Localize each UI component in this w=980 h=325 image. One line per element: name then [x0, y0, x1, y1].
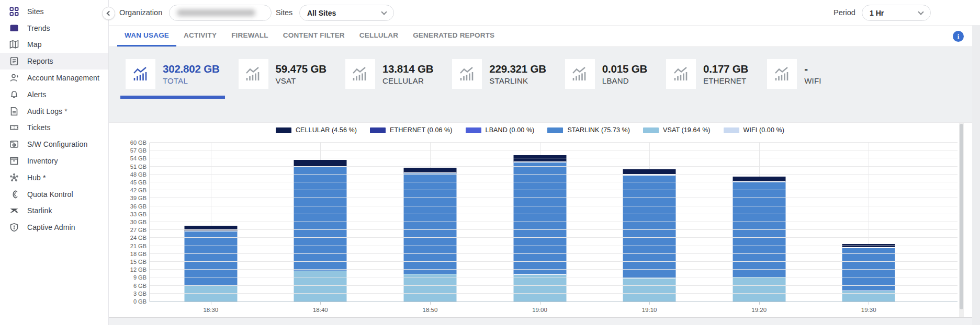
stat-chart-icon	[239, 59, 268, 89]
tab-content-filter[interactable]: CONTENT FILTER	[276, 26, 352, 47]
legend-item[interactable]: ETHERNET (0.06 %)	[370, 126, 453, 134]
gridline	[150, 214, 958, 214]
stat-card-lband[interactable]: 0.015 GB LBAND	[565, 59, 647, 122]
page-right-gutter	[972, 25, 980, 325]
bar-segment-starlink[interactable]	[623, 176, 676, 278]
tab-activity[interactable]: ACTIVITY	[176, 26, 224, 47]
sidebar-item-label: Alerts	[27, 90, 46, 99]
sidebar-item-starlink[interactable]: Starlink	[0, 203, 108, 219]
sidebar-item-tickets[interactable]: Tickets	[0, 120, 108, 136]
legend-item[interactable]: STARLINK (75.73 %)	[547, 126, 630, 134]
bar-segment-cellular[interactable]	[842, 244, 895, 248]
bar-segment-vsat[interactable]	[403, 274, 456, 301]
y-tick-label: 36 GB	[130, 203, 147, 210]
sidebar-item-alerts[interactable]: Alerts	[0, 86, 108, 103]
sidebar-collapse-button[interactable]	[102, 7, 115, 20]
y-tick-label: 27 GB	[130, 227, 147, 233]
stat-card-ethernet[interactable]: 0.177 GB ETHERNET	[666, 59, 748, 122]
trends-icon	[9, 23, 19, 33]
gridline	[150, 253, 958, 254]
y-tick-label: 0 GB	[133, 298, 147, 305]
bar-category: 18:40	[266, 143, 376, 301]
page-bottom-strip	[109, 317, 972, 325]
scrollbar-thumb[interactable]	[960, 124, 963, 309]
gridline	[150, 182, 958, 182]
stat-card-starlink[interactable]: 229.321 GB STARLINK	[452, 59, 546, 122]
stat-card-wifi[interactable]: - WIFI	[767, 59, 821, 122]
ticket-icon	[9, 122, 19, 133]
y-tick-label: 24 GB	[130, 235, 147, 241]
chevron-down-icon	[918, 9, 923, 15]
legend-item[interactable]: LBAND (0.00 %)	[466, 126, 535, 134]
sidebar-item-label: Tickets	[27, 123, 51, 132]
sidebar-item-sites[interactable]: Sites	[0, 3, 108, 20]
bar-segment-cellular[interactable]	[403, 168, 456, 173]
sidebar-item-audit-logs[interactable]: Audit Logs *	[0, 103, 108, 120]
organization-select[interactable]	[169, 5, 272, 21]
info-icon[interactable]: i	[953, 31, 964, 42]
legend-label: STARLINK (75.73 %)	[567, 126, 630, 134]
x-tick	[869, 302, 869, 305]
stacked-bar[interactable]	[403, 168, 456, 301]
sidebar-item-label: Trends	[27, 24, 50, 32]
sidebar-item-label: Captive Admin	[27, 223, 75, 231]
sidebar-item-sw-configuration[interactable]: S/W Configuration	[0, 136, 108, 153]
sidebar-item-reports[interactable]: Reports	[0, 53, 108, 69]
map-icon	[9, 39, 19, 50]
tab-cellular[interactable]: CELLULAR	[352, 26, 405, 47]
stacked-bar[interactable]	[623, 169, 676, 301]
y-tick-label: 9 GB	[133, 274, 147, 281]
hub-icon	[9, 172, 19, 183]
stat-card-vsat[interactable]: 59.475 GB VSAT	[239, 59, 326, 122]
bar-segment-starlink[interactable]	[403, 173, 456, 274]
stat-value: 0.015 GB	[602, 63, 647, 75]
sites-select[interactable]: All Sites	[299, 5, 394, 21]
sidebar-item-account-management[interactable]: Account Management	[0, 69, 108, 86]
bar-segment-cellular[interactable]	[623, 169, 676, 176]
x-tick	[430, 302, 431, 305]
period-label: Period	[833, 8, 855, 17]
stat-card-cellular[interactable]: 13.814 GB CELLULAR	[345, 59, 433, 122]
stat-label: LBAND	[602, 76, 647, 85]
sidebar-item-label: Map	[27, 40, 42, 49]
gridline	[150, 261, 958, 262]
bar-segment-vsat[interactable]	[623, 278, 676, 301]
stat-card-total[interactable]: 302.802 GB TOTAL	[126, 59, 220, 122]
tab-firewall[interactable]: FIREWALL	[224, 26, 276, 47]
sidebar-item-trends[interactable]: Trends	[0, 20, 108, 37]
bar-segment-starlink[interactable]	[513, 162, 566, 275]
legend-label: VSAT (19.64 %)	[663, 126, 711, 134]
bar-segment-cellular[interactable]	[513, 155, 566, 162]
tab-wan-usage[interactable]: WAN USAGE	[117, 26, 176, 47]
stacked-bar[interactable]	[513, 155, 566, 301]
bar-segment-cellular[interactable]	[184, 226, 237, 231]
stacked-bar[interactable]	[733, 177, 785, 301]
legend-item[interactable]: WIFI (0.00 %)	[724, 126, 784, 134]
bar-segment-starlink[interactable]	[294, 167, 347, 271]
legend-item[interactable]: VSAT (19.64 %)	[643, 126, 711, 134]
stat-chart-icon	[345, 59, 375, 89]
bar-segment-vsat[interactable]	[733, 277, 785, 301]
reports-icon	[9, 56, 19, 66]
audit-logs-icon	[9, 106, 19, 117]
gridline	[150, 285, 958, 286]
legend-item[interactable]: CELLULAR (4.56 %)	[276, 126, 357, 134]
bar-segment-vsat[interactable]	[184, 286, 237, 301]
sidebar-item-label: S/W Configuration	[27, 140, 87, 148]
bar-segment-vsat[interactable]	[513, 275, 566, 301]
sites-select-value: All Sites	[307, 9, 336, 17]
sidebar-item-quota-kontrol[interactable]: Quota Kontrol	[0, 186, 108, 203]
sidebar-item-label: Quota Kontrol	[27, 190, 73, 199]
gridline	[150, 237, 958, 238]
sidebar-item-map[interactable]: Map	[0, 37, 108, 53]
sidebar-item-hub[interactable]: Hub *	[0, 169, 108, 186]
tab-generated-reports[interactable]: GENERATED REPORTS	[405, 26, 502, 47]
bar-segment-vsat[interactable]	[294, 271, 347, 301]
chart-vertical-scrollbar[interactable]	[959, 123, 964, 318]
account-icon	[9, 73, 19, 83]
sidebar-item-captive-admin[interactable]: Captive Admin	[0, 219, 108, 236]
sidebar-item-inventory[interactable]: Inventory	[0, 153, 108, 169]
period-select[interactable]: 1 Hr	[862, 5, 931, 21]
y-tick-label: 60 GB	[130, 140, 147, 146]
x-tick	[759, 302, 760, 305]
